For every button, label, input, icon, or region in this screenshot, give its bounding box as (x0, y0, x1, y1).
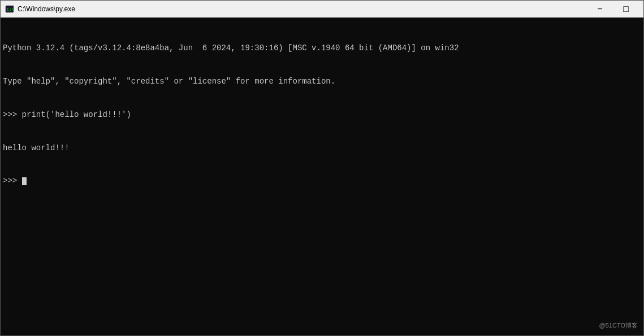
terminal-line-4: hello world!!! (3, 143, 641, 154)
watermark: @51CTO博客 (599, 321, 638, 330)
svg-text:C:\: C:\ (7, 7, 14, 12)
maximize-button[interactable]: □ (613, 1, 639, 18)
minimize-button[interactable]: − (587, 1, 613, 18)
title-bar: C:\ C:\Windows\py.exe − □ (1, 1, 643, 18)
title-bar-title: C:\Windows\py.exe (18, 5, 75, 13)
title-bar-controls: − □ (587, 1, 639, 18)
terminal-cursor (22, 177, 27, 185)
terminal-prompt: >>> (3, 176, 22, 185)
terminal-line-3: >>> print('hello world!!!') (3, 110, 641, 121)
terminal-line-1: Python 3.12.4 (tags/v3.12.4:8e8a4ba, Jun… (3, 43, 641, 54)
terminal-line-5: >>> (3, 176, 641, 187)
window: C:\ C:\Windows\py.exe − □ Python 3.12.4 … (0, 0, 644, 336)
terminal-icon: C:\ (5, 5, 14, 14)
terminal-body[interactable]: Python 3.12.4 (tags/v3.12.4:8e8a4ba, Jun… (1, 18, 643, 335)
terminal-output: Python 3.12.4 (tags/v3.12.4:8e8a4ba, Jun… (3, 21, 641, 209)
title-bar-left: C:\ C:\Windows\py.exe (5, 5, 75, 14)
terminal-line-2: Type "help", "copyright", "credits" or "… (3, 76, 641, 88)
